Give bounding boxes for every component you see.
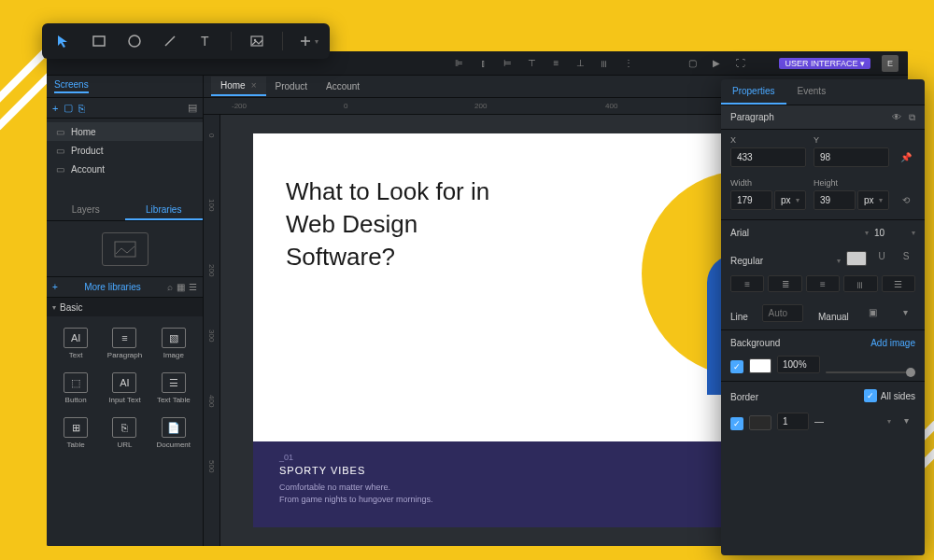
doc-tab-account[interactable]: Account bbox=[317, 77, 369, 95]
basic-item-texttable[interactable]: ☰Text Table bbox=[150, 367, 197, 410]
vertical-ruler: 0 100 200 300 400 500 bbox=[204, 115, 220, 546]
libraries-tab[interactable]: Libraries bbox=[125, 201, 204, 220]
svg-rect-8 bbox=[115, 242, 135, 257]
basic-item-image[interactable]: ▧Image bbox=[150, 322, 197, 365]
align-icon[interactable]: ⫿ bbox=[476, 57, 489, 70]
image-tool-icon[interactable] bbox=[247, 31, 267, 51]
doc-tab-product[interactable]: Product bbox=[266, 77, 317, 95]
font-family-select[interactable]: Arial bbox=[730, 228, 869, 238]
list-view-icon[interactable]: ☰ bbox=[189, 282, 197, 292]
basic-item-paragraph[interactable]: ≡Paragraph bbox=[101, 322, 148, 365]
crop-icon[interactable]: ▣ bbox=[863, 301, 882, 322]
text-tool-icon[interactable]: T bbox=[195, 31, 216, 51]
rectangle-tool-icon[interactable] bbox=[89, 31, 109, 51]
align-icon[interactable]: ≡ bbox=[549, 57, 562, 70]
page-icon: ▭ bbox=[54, 126, 65, 137]
strikethrough-icon[interactable]: S bbox=[897, 245, 915, 266]
height-unit-select[interactable]: px bbox=[857, 190, 889, 210]
more-libraries-link[interactable]: More libraries bbox=[84, 282, 141, 292]
line-height-label: Line bbox=[730, 312, 748, 322]
paragraph-component-icon: ≡ bbox=[112, 328, 136, 348]
user-interface-badge[interactable]: USER INTERFACE ▾ bbox=[779, 58, 870, 69]
add-image-link[interactable]: Add image bbox=[870, 338, 915, 348]
image-component-icon: ▧ bbox=[162, 328, 186, 348]
line-height-input[interactable] bbox=[762, 304, 803, 322]
layers-icon[interactable]: ⧉ bbox=[909, 112, 915, 123]
manual-label: Manual bbox=[818, 312, 849, 322]
pointer-tool-icon[interactable] bbox=[53, 31, 74, 51]
layers-tab[interactable]: Layers bbox=[47, 201, 125, 220]
basic-item-table[interactable]: ⊞Table bbox=[52, 412, 99, 455]
tab-properties[interactable]: Properties bbox=[721, 79, 786, 105]
line-tool-icon[interactable] bbox=[160, 31, 180, 51]
toolbar-separator bbox=[231, 32, 232, 50]
align-icon[interactable]: ⊨ bbox=[501, 57, 514, 70]
folder-icon[interactable]: ▢ bbox=[64, 102, 73, 114]
border-style-select[interactable]: — bbox=[814, 412, 891, 430]
align-right-icon[interactable]: ≡ bbox=[806, 275, 840, 292]
font-color-swatch[interactable] bbox=[846, 251, 867, 266]
background-enabled-checkbox[interactable]: ✓ bbox=[730, 360, 743, 373]
opacity-slider[interactable] bbox=[826, 371, 915, 373]
add-tool-icon[interactable]: ▾ bbox=[298, 31, 318, 51]
duplicate-icon[interactable]: ⎘ bbox=[78, 103, 85, 114]
close-icon[interactable]: × bbox=[251, 80, 257, 91]
basic-item-url[interactable]: ⎘URL bbox=[101, 412, 148, 455]
pin-icon[interactable]: 📌 bbox=[897, 147, 915, 167]
border-color-swatch[interactable] bbox=[749, 415, 771, 430]
border-width-input[interactable] bbox=[777, 413, 809, 430]
svg-line-2 bbox=[165, 36, 175, 46]
font-weight-select[interactable]: Regular bbox=[730, 256, 841, 266]
link-dimensions-icon[interactable]: ⟲ bbox=[897, 189, 915, 210]
tab-events[interactable]: Events bbox=[786, 79, 838, 105]
basic-item-input[interactable]: AIInput Text bbox=[101, 367, 148, 410]
distribute-icon[interactable]: ⫼ bbox=[598, 57, 611, 70]
circle-tool-icon[interactable] bbox=[124, 31, 145, 51]
screens-tab[interactable]: Screens bbox=[54, 79, 89, 93]
screen-item-product[interactable]: ▭Product bbox=[47, 141, 203, 160]
align-icon[interactable]: ⊥ bbox=[573, 57, 587, 70]
visibility-icon[interactable]: 👁 bbox=[892, 112, 901, 123]
overlay-heading[interactable]: What to Look for in Web Design Software? bbox=[286, 175, 529, 273]
doc-tab-home[interactable]: Home× bbox=[211, 77, 266, 96]
x-input[interactable] bbox=[730, 147, 806, 167]
width-unit-select[interactable]: px bbox=[774, 190, 806, 210]
chevron-down-icon[interactable]: ▾ bbox=[897, 410, 915, 430]
align-icon[interactable]: ⊫ bbox=[452, 57, 465, 70]
add-library-icon[interactable]: + bbox=[52, 282, 58, 292]
screen-item-account[interactable]: ▭Account bbox=[47, 160, 203, 178]
y-input[interactable] bbox=[814, 147, 889, 167]
play-icon[interactable]: ▶ bbox=[710, 57, 723, 70]
screens-toolbar: + ▢ ⎘ ▤ bbox=[47, 98, 203, 119]
grid-view-icon[interactable]: ▦ bbox=[177, 282, 185, 292]
align-justify-icon[interactable]: ⫼ bbox=[843, 275, 877, 292]
device-icon[interactable]: ▢ bbox=[686, 57, 699, 70]
width-input[interactable] bbox=[730, 190, 772, 210]
add-screen-icon[interactable]: + bbox=[52, 103, 58, 114]
basic-item-button[interactable]: ⬚Button bbox=[52, 367, 99, 410]
basic-item-document[interactable]: 📄Document bbox=[150, 412, 197, 455]
border-enabled-checkbox[interactable]: ✓ bbox=[730, 417, 743, 430]
basic-section-header[interactable]: Basic bbox=[47, 298, 203, 316]
basic-item-text[interactable]: AIText bbox=[52, 322, 99, 365]
list-icon[interactable]: ☰ bbox=[882, 275, 915, 292]
underline-icon[interactable]: U bbox=[872, 245, 891, 266]
opacity-input[interactable] bbox=[777, 356, 820, 373]
align-icon[interactable]: ⊤ bbox=[525, 57, 538, 70]
screen-item-home[interactable]: ▭Home bbox=[47, 122, 203, 141]
button-component-icon: ⬚ bbox=[64, 372, 88, 393]
height-input[interactable] bbox=[814, 190, 856, 210]
library-preview-thumbnail[interactable] bbox=[102, 232, 149, 266]
ruler-mark: 0 bbox=[344, 102, 347, 110]
expand-icon[interactable]: ⛶ bbox=[734, 57, 747, 70]
align-center-icon[interactable]: ≣ bbox=[768, 275, 801, 292]
background-color-swatch[interactable] bbox=[749, 358, 771, 373]
all-sides-checkbox[interactable]: ✓ bbox=[864, 389, 877, 402]
distribute-icon[interactable]: ⋮ bbox=[622, 57, 635, 70]
font-size-select[interactable]: 10 bbox=[874, 228, 915, 238]
align-left-icon[interactable]: ≡ bbox=[730, 275, 764, 292]
search-icon[interactable]: ⌕ bbox=[167, 282, 173, 292]
avatar[interactable]: E bbox=[882, 55, 899, 72]
chevron-down-icon[interactable]: ▾ bbox=[897, 301, 915, 322]
filter-icon[interactable]: ▤ bbox=[188, 102, 197, 114]
